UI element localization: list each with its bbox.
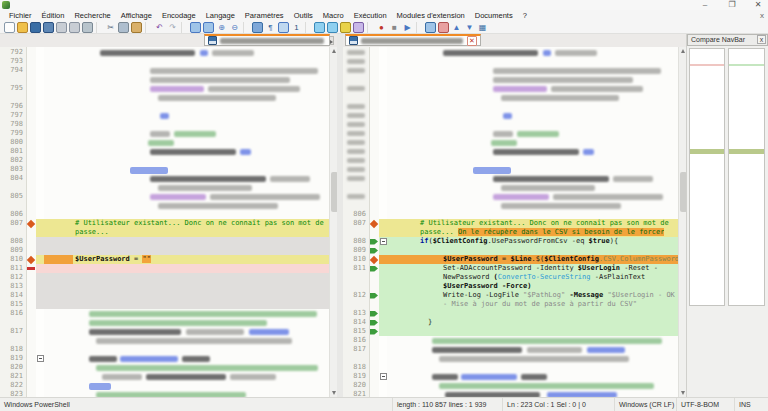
maximize-button[interactable]: ❐ (722, 0, 742, 10)
menu-item-affichage[interactable]: Affichage (116, 11, 157, 20)
diff-added-icon (370, 266, 378, 272)
doc-map-icon[interactable] (353, 22, 364, 33)
compare-navbar-left-map[interactable] (689, 48, 725, 306)
sync-vertical-icon[interactable] (314, 22, 325, 33)
code-line: 809 (343, 246, 686, 255)
left-editor-pane[interactable]: 7927937947957967977987998008018028038048… (0, 47, 337, 397)
compare-navbar-close-icon[interactable]: x (757, 35, 766, 44)
code-line (0, 75, 337, 84)
menu-item-langage[interactable]: Langage (201, 11, 240, 20)
redacted-code-text (100, 50, 195, 56)
menu-item-outils[interactable]: Outils (289, 11, 318, 20)
menu-item-macro[interactable]: Macro (318, 11, 349, 20)
menu-item-encodage[interactable]: Encodage (157, 11, 201, 20)
doc-switcher-icon[interactable]: 1 (291, 22, 302, 33)
menu-item-param-tres[interactable]: Paramètres (240, 11, 289, 20)
tab-close-icon[interactable]: ✕ (467, 36, 477, 46)
sort-desc-icon[interactable]: ▼ (464, 22, 475, 33)
word-wrap-icon[interactable] (252, 22, 263, 33)
code-text: # Utilisateur existant... Donc on ne con… (387, 219, 669, 228)
line-number-redacted (347, 122, 365, 127)
fold-collapse-icon[interactable] (380, 373, 387, 380)
line-number: 807 (0, 219, 23, 228)
code-line: 798 (0, 120, 337, 129)
compare-icon[interactable] (425, 22, 436, 33)
find-icon[interactable] (190, 22, 201, 33)
show-all-chars-icon[interactable]: ¶ (265, 22, 276, 33)
close-window-button[interactable]: ✕ (748, 0, 768, 10)
fold-collapse-icon[interactable] (380, 238, 387, 245)
left-file-tab[interactable] (204, 34, 330, 46)
redacted-code-text (200, 50, 208, 56)
line-number: 822 (0, 381, 23, 390)
redacted-code-text (210, 194, 320, 200)
menu-item-recherche[interactable]: Recherche (69, 11, 115, 20)
macro-play-icon[interactable]: ▶ (402, 22, 413, 33)
menu-item-modules-d-extension[interactable]: Modules d'extension (392, 11, 470, 20)
view-grid-icon[interactable]: ▦ (477, 22, 488, 33)
menu-item--[interactable]: ? (518, 11, 532, 20)
minimize-button[interactable]: – (695, 0, 715, 10)
code-line: 813 (343, 309, 686, 318)
vertical-scrollbar[interactable] (678, 47, 686, 397)
zoom-in-icon[interactable]: ⊕ (216, 22, 227, 33)
right-editor-pane[interactable]: 806807# Utilisateur existant... Donc on … (343, 47, 686, 397)
new-file-icon[interactable] (4, 22, 15, 33)
code-line: - Mise à jour du mot de passe à partir d… (343, 300, 686, 309)
undo-icon[interactable]: ↶ (154, 22, 165, 33)
code-line (343, 156, 686, 165)
scroll-down-icon[interactable] (330, 389, 337, 397)
indent-guide-icon[interactable] (278, 22, 289, 33)
zoom-out-icon[interactable]: ⊖ (229, 22, 240, 33)
vertical-scrollbar[interactable] (329, 47, 337, 397)
paste-icon[interactable] (131, 22, 142, 33)
redacted-code-text (270, 176, 310, 182)
print-icon[interactable] (82, 22, 93, 33)
cut-icon[interactable]: ✂ (105, 22, 116, 33)
compare-navbar-right-map[interactable] (728, 48, 765, 306)
close-all-icon[interactable] (69, 22, 80, 33)
compare-clear-icon[interactable] (438, 22, 449, 33)
menu-item-fichier[interactable]: Fichier (4, 11, 37, 20)
scroll-up-icon[interactable] (330, 47, 337, 55)
diff-map-band (729, 149, 764, 154)
sync-horizontal-icon[interactable] (327, 22, 338, 33)
sort-asc-icon[interactable]: ▲ (451, 22, 462, 33)
redacted-code-text (160, 113, 169, 119)
function-list-icon[interactable] (340, 22, 351, 33)
redacted-code-text (501, 203, 621, 209)
diff-added-icon (370, 320, 378, 326)
menu-item-documents[interactable]: Documents (470, 11, 518, 20)
redacted-code-text (150, 77, 290, 83)
replace-icon[interactable] (203, 22, 214, 33)
redacted-code-text (521, 374, 547, 380)
scroll-down-icon[interactable] (679, 389, 686, 397)
menu-item-ex-cution[interactable]: Exécution (349, 11, 392, 20)
line-number: 803 (0, 165, 23, 174)
scroll-up-icon[interactable] (679, 47, 686, 55)
copy-icon[interactable] (118, 22, 129, 33)
open-folder-icon[interactable] (17, 22, 28, 33)
line-number: 823 (0, 390, 23, 397)
redo-icon[interactable]: ↷ (167, 22, 178, 33)
diff-added-icon (370, 329, 378, 335)
compare-navbar-panel: Compare NavBar x (686, 34, 768, 397)
menu-close-icon[interactable]: x (760, 10, 764, 21)
macro-stop-icon[interactable]: ■ (389, 22, 400, 33)
right-file-tab[interactable]: ✕ (345, 34, 481, 46)
menu-item--dition[interactable]: Édition (37, 11, 70, 20)
scrollbar-thumb[interactable] (331, 172, 338, 212)
redacted-code-text (491, 140, 517, 146)
macro-record-icon[interactable]: ● (376, 22, 387, 33)
code-line: 818 (0, 345, 337, 354)
code-line: 801 (0, 147, 337, 156)
saved-file-icon (349, 36, 358, 45)
toolbar-separator (305, 22, 311, 33)
line-number: 811 (0, 264, 23, 273)
save-icon[interactable] (30, 22, 41, 33)
code-line: 811 (0, 264, 337, 273)
fold-collapse-icon[interactable] (37, 355, 44, 362)
save-all-icon[interactable] (43, 22, 54, 33)
line-number: 812 (343, 291, 366, 300)
close-icon[interactable] (56, 22, 67, 33)
